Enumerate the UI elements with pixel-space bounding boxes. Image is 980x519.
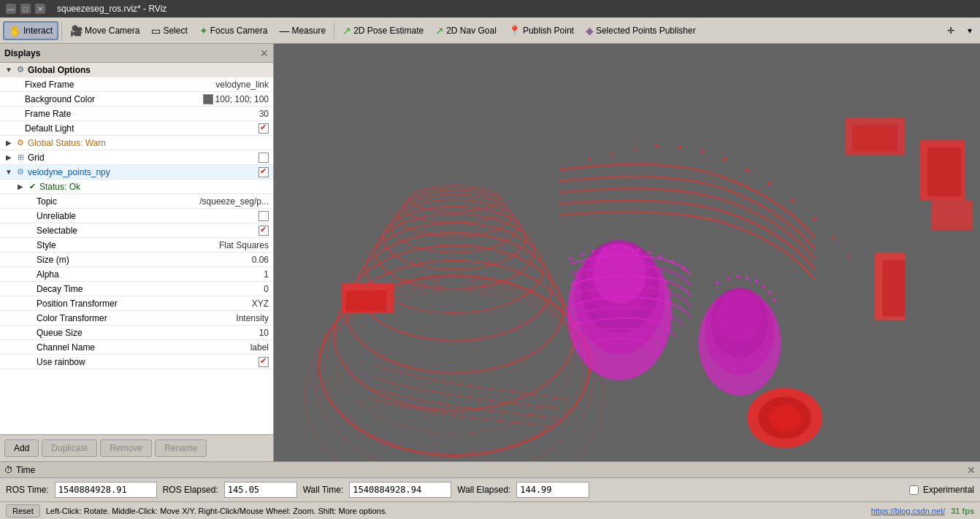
interact-icon: ✋ — [9, 25, 21, 36]
velodyne-checkbox[interactable] — [259, 167, 269, 177]
move-camera-icon: 🎥 — [70, 25, 83, 36]
selectable-value[interactable] — [259, 226, 273, 236]
default-light-checkbox[interactable] — [259, 123, 269, 134]
ros-time-input[interactable] — [55, 482, 157, 498]
2d-nav-button[interactable]: ↗ 2D Nav Goal — [430, 22, 502, 39]
default-light-row: Default Light — [0, 121, 273, 136]
interact-button[interactable]: ✋ Interact — [3, 21, 58, 40]
titlebar-controls[interactable]: — □ ✕ — [6, 4, 45, 14]
size-key: Size (m) — [35, 255, 252, 265]
interact-label: Interact — [23, 26, 53, 36]
topic-value[interactable]: /squeeze_seg/p... — [199, 196, 273, 207]
publish-point-button[interactable]: 📍 Publish Point — [503, 22, 579, 39]
selected-points-button[interactable]: ◆ Selected Points Publisher — [581, 22, 701, 39]
frame-rate-value[interactable]: 30 — [259, 109, 273, 119]
channel-name-value[interactable]: label — [250, 342, 273, 353]
remove-button[interactable]: Remove — [100, 439, 152, 457]
size-row: Size (m) 0.06 — [0, 253, 273, 267]
grid-icon: ⊞ — [15, 153, 26, 162]
global-options-expand[interactable]: ▼ — [3, 66, 15, 74]
svg-point-36 — [768, 404, 801, 431]
global-status-row[interactable]: ▶ ⚙ Global Status: Warn — [0, 136, 273, 150]
velodyne-expand[interactable]: ▼ — [3, 168, 15, 176]
ros-elapsed-label: ROS Elapsed: — [163, 485, 218, 495]
queue-size-value[interactable]: 10 — [259, 328, 273, 338]
velodyne-row[interactable]: ▼ ⚙ velodyne_points_npy — [0, 165, 273, 180]
status-ok-expand[interactable]: ▶ — [15, 182, 26, 191]
selectable-row: Selectable — [0, 223, 273, 238]
move-camera-button[interactable]: 🎥 Move Camera — [65, 22, 145, 39]
svg-point-49 — [603, 247, 606, 250]
unreliable-checkbox[interactable] — [259, 211, 269, 221]
svg-point-15 — [656, 145, 659, 147]
alpha-key: Alpha — [35, 269, 264, 280]
fixed-frame-value[interactable]: velodyne_link — [215, 80, 273, 90]
alpha-value[interactable]: 1 — [264, 269, 273, 280]
use-rainbow-checkbox[interactable] — [259, 357, 269, 367]
selectable-checkbox[interactable] — [259, 226, 269, 236]
ros-elapsed-input[interactable] — [224, 482, 297, 498]
measure-button[interactable]: — Measure — [274, 22, 331, 39]
use-rainbow-value[interactable] — [259, 357, 273, 367]
style-row: Style Flat Squares — [0, 238, 273, 253]
time-panel-close[interactable]: ✕ — [967, 464, 976, 476]
duplicate-button[interactable]: Duplicate — [42, 439, 97, 457]
decay-time-key: Decay Time — [35, 284, 264, 294]
svg-point-52 — [637, 248, 640, 251]
col-transformer-value[interactable]: Intensity — [236, 313, 273, 323]
alpha-row: Alpha 1 — [0, 267, 273, 282]
3d-viewport[interactable]: ◀ ▶ — [274, 44, 980, 461]
select-button[interactable]: ▭ Select — [146, 22, 192, 39]
channel-name-key: Channel Name — [35, 342, 250, 353]
maximize-button[interactable]: □ — [20, 4, 31, 14]
global-options-header[interactable]: ▼ ⚙ Global Options — [0, 63, 273, 77]
focus-camera-button[interactable]: ✦ Focus Camera — [194, 22, 273, 39]
global-status-expand[interactable]: ▶ — [3, 139, 15, 147]
decay-time-value[interactable]: 0 — [264, 284, 273, 294]
experimental-checkbox[interactable] — [909, 485, 919, 495]
status-url[interactable]: https://blog.csdn.net/ — [871, 507, 946, 515]
selectable-key: Selectable — [35, 226, 259, 236]
minimize-button[interactable]: — — [6, 4, 16, 14]
style-value[interactable]: Flat Squares — [219, 240, 273, 250]
svg-rect-26 — [927, 147, 961, 196]
grid-expand[interactable]: ▶ — [3, 153, 15, 161]
grid-row[interactable]: ▶ ⊞ Grid — [0, 150, 273, 165]
default-light-value[interactable] — [259, 123, 273, 134]
svg-rect-27 — [931, 200, 973, 230]
grid-checkbox-value[interactable] — [259, 153, 273, 163]
measure-label: Measure — [291, 26, 326, 36]
time-panel-header: ⏱ Time ✕ — [0, 462, 980, 478]
size-value[interactable]: 0.06 — [252, 255, 273, 265]
wall-elapsed-input[interactable] — [516, 482, 589, 498]
queue-size-row: Queue Size 10 — [0, 326, 273, 340]
toolbar-menu-button[interactable]: ▾ — [962, 23, 977, 39]
publish-point-icon: 📍 — [508, 25, 521, 36]
displays-panel-title: Displays — [4, 48, 40, 58]
add-display-button[interactable]: ✛ — [942, 23, 960, 39]
status-ok-label: Status: Ok — [38, 182, 273, 192]
rename-button[interactable]: Rename — [155, 439, 207, 457]
add-button[interactable]: Add — [4, 439, 39, 457]
grid-checkbox[interactable] — [259, 153, 269, 163]
displays-tree[interactable]: ▼ ⚙ Global Options Fixed Frame velodyne_… — [0, 63, 273, 434]
unreliable-value[interactable] — [259, 211, 273, 221]
velodyne-label: velodyne_points_npy — [26, 167, 259, 177]
time-panel-title: ⏱ Time — [4, 465, 35, 475]
select-icon: ▭ — [151, 25, 161, 36]
svg-point-41 — [592, 244, 646, 304]
2d-pose-button[interactable]: ↗ 2D Pose Estimate — [337, 22, 429, 39]
velodyne-checkbox-value[interactable] — [259, 167, 273, 177]
svg-point-53 — [648, 251, 651, 254]
wall-time-input[interactable] — [349, 482, 451, 498]
reset-button[interactable]: Reset — [6, 504, 40, 518]
frame-rate-row: Frame Rate 30 — [0, 107, 273, 121]
displays-panel-close[interactable]: ✕ — [260, 47, 269, 59]
svg-point-60 — [746, 277, 749, 280]
svg-rect-33 — [345, 290, 387, 311]
bg-color-value[interactable]: 100; 100; 100 — [203, 94, 273, 104]
pos-transformer-value[interactable]: XYZ — [252, 299, 273, 309]
close-button[interactable]: ✕ — [35, 4, 45, 14]
2d-pose-icon: ↗ — [342, 25, 351, 36]
unreliable-key: Unreliable — [35, 211, 259, 221]
